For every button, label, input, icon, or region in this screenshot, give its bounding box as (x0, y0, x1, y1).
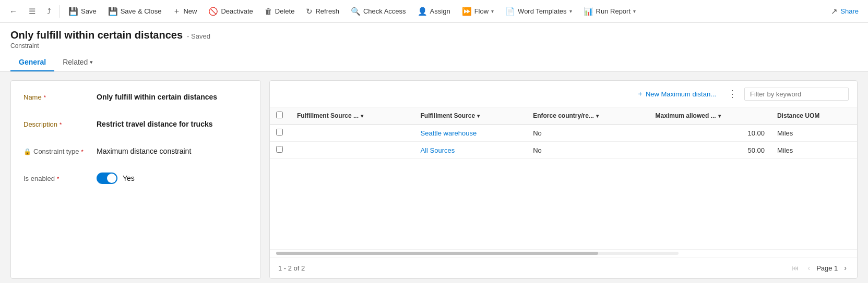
tabs: General Related ▾ (10, 54, 858, 71)
save-label: Save (81, 7, 97, 15)
page-header: Only fulfill within certain distances - … (0, 23, 868, 72)
forward-icon: ⤴ (47, 7, 51, 16)
word-templates-button[interactable]: 📄 Word Templates ▾ (500, 4, 577, 19)
scrollbar-track (276, 252, 679, 255)
menu-button[interactable]: ☰ (23, 4, 41, 19)
row-1-checkbox[interactable] (276, 129, 283, 136)
form-card: Name * Only fulfill within certain dista… (10, 80, 261, 279)
col-fulfillment-source-1-label: Fulfillment Source ... (297, 112, 359, 119)
grid-card: ＋ New Maximum distan... ⋮ Fu (269, 80, 858, 279)
col-header-maximum-allowed[interactable]: Maximum allowed ... ▾ (649, 107, 771, 125)
pagination-range: 1 - 2 of 2 (278, 264, 305, 272)
row-1-fulfillment-source-1 (291, 125, 414, 142)
row-2-enforce-country: No (527, 142, 649, 159)
save-button[interactable]: 💾 Save (63, 4, 102, 19)
is-enabled-toggle-label: Yes (123, 174, 135, 182)
tab-related-chevron-icon: ▾ (90, 59, 93, 66)
pagination-controls: ⏮ ‹ Page 1 › (790, 263, 849, 273)
assign-label: Assign (430, 7, 450, 15)
page-saved-status: - Saved (187, 32, 210, 40)
grid-more-button[interactable]: ⋮ (724, 87, 740, 101)
form-label-name: Name * (23, 91, 97, 101)
grid-header-row: Fulfillment Source ... ▾ Fulfillment Sou… (270, 107, 857, 125)
run-report-icon: 📊 (584, 7, 593, 16)
deactivate-button[interactable]: 🚫 Deactivate (203, 4, 258, 19)
col-fulfillment-source-2-chevron-icon: ▾ (477, 113, 480, 119)
col-maximum-allowed-label: Maximum allowed ... (656, 112, 716, 119)
tab-related[interactable]: Related ▾ (54, 54, 101, 71)
assign-button[interactable]: 👤 Assign (412, 4, 456, 19)
main-content: Name * Only fulfill within certain dista… (0, 72, 868, 283)
flow-icon: ⏩ (462, 7, 472, 16)
form-row-constraint-type: 🔒 Constraint type * Maximum distance con… (23, 145, 248, 162)
row-2-checkbox[interactable] (276, 146, 283, 153)
deactivate-icon: 🚫 (208, 7, 218, 16)
horizontal-scrollbar[interactable] (270, 249, 857, 257)
new-button[interactable]: ＋ New (168, 3, 202, 19)
form-value-is-enabled: Yes (97, 173, 135, 184)
pagination-first-button[interactable]: ⏮ (790, 263, 801, 273)
row-2-fulfillment-source-2-link[interactable]: All Sources (421, 146, 455, 154)
form-value-constraint-type: Maximum distance constraint (97, 145, 248, 155)
back-icon: ← (9, 7, 17, 16)
table-row: Seattle warehouse No 10.00 Miles (270, 125, 857, 142)
check-access-button[interactable]: 🔍 Check Access (346, 4, 411, 19)
row-1-enforce-country: No (527, 125, 649, 142)
grid-new-label: New Maximum distan... (646, 90, 716, 98)
form-row-is-enabled: Is enabled * Yes (23, 173, 248, 189)
save-close-button[interactable]: 💾 Save & Close (103, 4, 167, 19)
grid-filter-input[interactable] (744, 88, 849, 101)
grid-table-wrapper: Fulfillment Source ... ▾ Fulfillment Sou… (270, 107, 857, 249)
refresh-button[interactable]: ↻ Refresh (301, 4, 344, 19)
save-close-icon: 💾 (108, 7, 118, 16)
row-2-fulfillment-source-2: All Sources (414, 142, 527, 159)
back-button[interactable]: ← (4, 4, 22, 19)
divider-1 (60, 5, 60, 18)
run-report-chevron-icon: ▾ (633, 8, 636, 14)
row-1-maximum-allowed: 10.00 (649, 125, 771, 142)
description-required-star: * (60, 121, 62, 128)
description-label-text: Description (23, 120, 57, 128)
tab-related-label: Related (63, 58, 88, 66)
name-label-text: Name (23, 93, 42, 101)
tab-general[interactable]: General (10, 54, 54, 71)
new-label: New (183, 7, 197, 15)
col-header-fulfillment-source-1[interactable]: Fulfillment Source ... ▾ (291, 107, 414, 125)
grid-new-button[interactable]: ＋ New Maximum distan... (633, 87, 720, 101)
col-header-distance-uom[interactable]: Distance UOM (771, 107, 857, 125)
row-1-checkbox-cell (270, 125, 291, 142)
form-value-description: Restrict travel distance for trucks (97, 118, 248, 128)
delete-label: Delete (275, 7, 295, 15)
word-templates-label: Word Templates (518, 7, 566, 15)
col-header-fulfillment-source-2[interactable]: Fulfillment Source ▾ (414, 107, 527, 125)
pagination-page-label: Page 1 (816, 264, 838, 272)
form-label-is-enabled: Is enabled * (23, 173, 97, 182)
pagination-next-button[interactable]: › (842, 263, 849, 273)
select-all-checkbox[interactable] (276, 112, 283, 118)
page-title-row: Only fulfill within certain distances - … (10, 29, 858, 41)
form-value-name: Only fulfill within certain distances (97, 91, 248, 101)
forward-button[interactable]: ⤴ (42, 4, 56, 19)
grid-table: Fulfillment Source ... ▾ Fulfillment Sou… (270, 107, 857, 159)
form-label-description: Description * (23, 118, 97, 128)
share-button[interactable]: ↗ Share (826, 4, 864, 19)
run-report-button[interactable]: 📊 Run Report ▾ (578, 4, 641, 19)
col-enforce-country-chevron-icon: ▾ (596, 113, 599, 119)
constraint-type-label-text: Constraint type (33, 147, 79, 155)
table-row: All Sources No 50.00 Miles (270, 142, 857, 159)
lock-icon: 🔒 (23, 148, 31, 155)
is-enabled-toggle[interactable] (97, 173, 117, 184)
grid-tbody: Seattle warehouse No 10.00 Miles All Sou… (270, 125, 857, 159)
flow-button[interactable]: ⏩ Flow ▾ (457, 4, 499, 19)
pagination-prev-button[interactable]: ‹ (805, 263, 812, 273)
form-label-constraint-type: 🔒 Constraint type * (23, 145, 97, 155)
flow-chevron-icon: ▾ (491, 8, 494, 14)
row-1-fulfillment-source-2-link[interactable]: Seattle warehouse (421, 129, 477, 137)
col-maximum-allowed-chevron-icon: ▾ (718, 113, 721, 119)
save-icon: 💾 (68, 7, 78, 16)
col-header-enforce-country[interactable]: Enforce country/re... ▾ (527, 107, 649, 125)
grid-new-plus-icon: ＋ (637, 89, 644, 99)
form-row-name: Name * Only fulfill within certain dista… (23, 91, 248, 108)
delete-button[interactable]: 🗑 Delete (259, 4, 300, 19)
col-fulfillment-source-2-label: Fulfillment Source (421, 112, 475, 119)
